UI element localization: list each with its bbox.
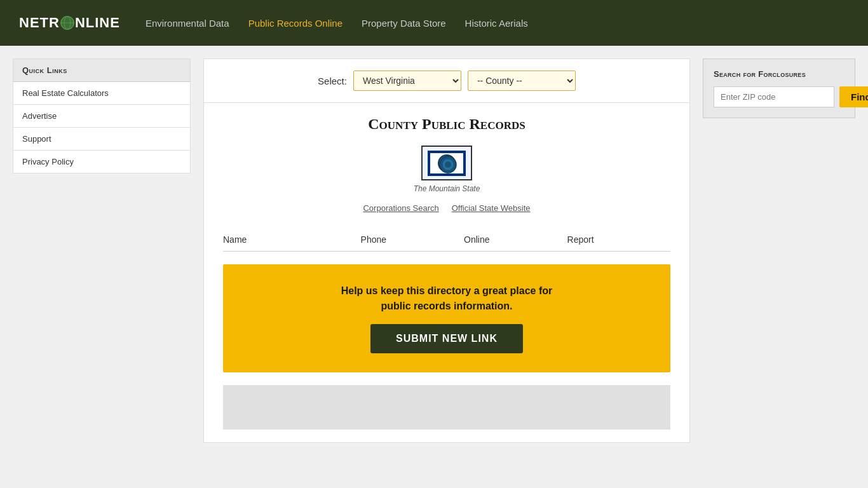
quick-links-title: Quick Links [13,59,190,82]
table-header: Name Phone Online Report [223,228,670,252]
cta-box: Help us keep this directory a great plac… [223,264,670,372]
nav-public-records-online[interactable]: Public Records Online [248,18,342,29]
state-nickname: The Mountain State [414,184,480,193]
flag-inner [428,151,466,176]
col-online: Online [464,234,567,245]
content-area: County Public Records [204,103,689,442]
find-button[interactable]: Find! [839,86,868,107]
right-sidebar: Search for Forclosures Find! [703,58,855,443]
main-content: Select: West Virginia -- County -- Count… [203,58,690,443]
state-flag [421,146,472,180]
state-select[interactable]: West Virginia [353,71,461,91]
select-label: Select: [318,76,347,86]
corporations-search-link[interactable]: Corporations Search [363,203,438,213]
state-links: Corporations Search Official State Websi… [223,203,670,213]
site-header: NETR NLINE Environmental Data Public Rec… [0,0,868,46]
page-title: County Public Records [223,116,670,133]
quick-link-privacy[interactable]: Privacy Policy [13,151,190,173]
bottom-area [223,385,670,430]
logo-text: NETR NLINE [19,15,120,31]
state-flag-area: The Mountain State [223,146,670,193]
quick-links-box: Quick Links Real Estate Calculators Adve… [13,58,191,173]
col-phone: Phone [361,234,464,245]
logo-area[interactable]: NETR NLINE [19,15,120,31]
foreclosure-title: Search for Forclosures [714,69,844,79]
nav-historic-aerials[interactable]: Historic Aerials [465,18,528,29]
left-sidebar: Quick Links Real Estate Calculators Adve… [13,58,191,443]
foreclosure-box: Search for Forclosures Find! [703,58,855,118]
cta-line2: public records information. [381,301,512,311]
submit-new-link-button[interactable]: SUBMIT NEW LINK [370,324,523,353]
cta-line1: Help us keep this directory a great plac… [341,285,553,296]
zip-input[interactable] [714,86,834,107]
select-bar: Select: West Virginia -- County -- [204,59,689,103]
nav-property-data-store[interactable]: Property Data Store [362,18,446,29]
page-layout: Quick Links Real Estate Calculators Adve… [0,46,868,456]
quick-link-advertise[interactable]: Advertise [13,105,190,128]
quick-link-real-estate[interactable]: Real Estate Calculators [13,82,190,105]
quick-link-support[interactable]: Support [13,128,190,151]
globe-icon [60,16,74,30]
county-select[interactable]: -- County -- [468,71,576,91]
svg-point-5 [445,161,451,168]
flag-seal [438,154,456,172]
col-report: Report [567,234,670,245]
main-nav: Environmental Data Public Records Online… [146,18,528,29]
nav-environmental-data[interactable]: Environmental Data [146,18,229,29]
zip-search-row: Find! [714,86,844,107]
cta-text: Help us keep this directory a great plac… [236,283,658,314]
official-state-website-link[interactable]: Official State Website [452,203,531,213]
col-name: Name [223,234,361,245]
